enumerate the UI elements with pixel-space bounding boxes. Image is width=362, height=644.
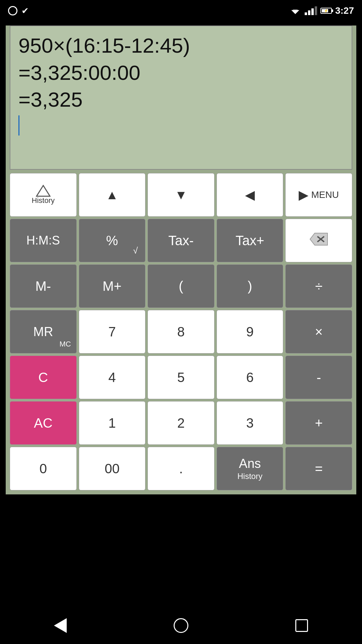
multiply-label: × <box>315 324 322 339</box>
bottom-navigation <box>0 607 362 644</box>
ac-label: AC <box>34 416 53 431</box>
nav-recents-button[interactable] <box>292 615 312 636</box>
arrow-up-button[interactable]: ▲ <box>79 173 146 217</box>
signal-icon <box>305 6 317 15</box>
history-button[interactable]: History <box>10 173 77 217</box>
notification-icon: ✔ <box>21 6 29 16</box>
7-button[interactable]: 7 <box>79 310 146 354</box>
8-button[interactable]: 8 <box>147 310 215 354</box>
9-label: 9 <box>246 324 253 339</box>
arrow-right-icon: ▶ <box>299 187 308 202</box>
arrow-left-button[interactable]: ◀ <box>217 173 284 217</box>
display-expression: 950×(16:15-12:45) =3,325:00:00 =3,325 <box>18 32 344 113</box>
3-button[interactable]: 3 <box>217 401 284 445</box>
status-icons-left: ✔ <box>8 6 29 16</box>
backspace-icon <box>309 232 329 250</box>
m-minus-button[interactable]: M- <box>10 264 77 308</box>
buttons-area: History ▲ ▼ ◀ ▶ MENU H:M:S % √ <box>6 170 356 494</box>
tax-plus-label: Tax+ <box>236 233 264 248</box>
c-button[interactable]: C <box>10 356 77 399</box>
plus-label: + <box>315 416 322 431</box>
4-label: 4 <box>108 370 116 385</box>
wifi-icon <box>289 6 301 15</box>
status-icons-right: ⚡ 3:27 <box>289 5 354 16</box>
status-time: 3:27 <box>335 5 354 16</box>
button-row-5: C 4 5 6 - <box>10 356 352 399</box>
9-button[interactable]: 9 <box>217 310 284 354</box>
dot-button[interactable]: . <box>147 447 215 490</box>
m-plus-label: M+ <box>103 279 122 294</box>
mr-label: MR <box>33 325 53 339</box>
nav-home-button[interactable] <box>171 615 191 636</box>
close-paren-button[interactable]: ) <box>217 264 284 308</box>
00-label: 00 <box>105 461 120 476</box>
ans-label: Ans <box>239 457 261 471</box>
2-button[interactable]: 2 <box>147 401 215 445</box>
calculator-display[interactable]: 950×(16:15-12:45) =3,325:00:00 =3,325 <box>10 25 352 170</box>
divide-label: ÷ <box>315 279 322 294</box>
m-minus-label: M- <box>35 279 51 294</box>
hms-label: H:M:S <box>26 233 60 248</box>
back-icon <box>54 618 67 633</box>
sqrt-label: √ <box>133 246 138 256</box>
c-label: C <box>38 370 48 385</box>
status-bar: ✔ ⚡ 3:27 <box>0 0 362 21</box>
nav-back-button[interactable] <box>50 615 70 636</box>
close-paren-label: ) <box>248 279 252 294</box>
button-row-6: AC 1 2 3 + <box>10 401 352 445</box>
ac-button[interactable]: AC <box>10 401 77 445</box>
7-label: 7 <box>108 324 116 339</box>
text-cursor <box>18 115 19 136</box>
plus-button[interactable]: + <box>285 401 352 445</box>
mc-label: MC <box>59 340 71 348</box>
percent-button[interactable]: % √ <box>79 219 146 262</box>
button-row-3: M- M+ ( ) ÷ <box>10 264 352 308</box>
6-label: 6 <box>246 370 253 385</box>
hms-button[interactable]: H:M:S <box>10 219 77 262</box>
tax-plus-button[interactable]: Tax+ <box>217 219 284 262</box>
arrow-up-icon: ▲ <box>106 188 119 202</box>
triangle-icon <box>36 185 51 197</box>
button-row-4: MR MC 7 8 9 × <box>10 310 352 354</box>
backspace-button[interactable] <box>285 219 352 262</box>
arrow-left-icon: ◀ <box>245 187 255 202</box>
0-label: 0 <box>40 461 47 476</box>
ans-history-button[interactable]: Ans History <box>217 447 284 490</box>
multiply-button[interactable]: × <box>285 310 352 354</box>
record-icon <box>8 6 17 15</box>
6-button[interactable]: 6 <box>217 356 284 399</box>
3-label: 3 <box>246 416 253 431</box>
calculator: 950×(16:15-12:45) =3,325:00:00 =3,325 Hi… <box>6 25 356 494</box>
tax-minus-button[interactable]: Tax- <box>147 219 215 262</box>
0-button[interactable]: 0 <box>10 447 77 490</box>
button-row-2: H:M:S % √ Tax- Tax+ <box>10 219 352 262</box>
battery-icon: ⚡ <box>320 8 332 14</box>
open-paren-button[interactable]: ( <box>147 264 215 308</box>
button-row-1: History ▲ ▼ ◀ ▶ MENU <box>10 173 352 217</box>
2-label: 2 <box>177 416 185 431</box>
mr-mc-button[interactable]: MR MC <box>10 310 77 354</box>
history-sublabel: History <box>237 472 262 481</box>
button-row-7: 0 00 . Ans History = <box>10 447 352 490</box>
svg-marker-3 <box>310 233 327 245</box>
equals-label: = <box>315 461 322 476</box>
open-paren-label: ( <box>179 279 183 294</box>
5-label: 5 <box>177 370 185 385</box>
equals-button[interactable]: = <box>285 447 352 490</box>
divide-button[interactable]: ÷ <box>285 264 352 308</box>
home-icon <box>174 618 188 633</box>
00-button[interactable]: 00 <box>79 447 146 490</box>
dot-label: . <box>179 461 183 476</box>
recents-icon <box>295 619 308 632</box>
5-button[interactable]: 5 <box>147 356 215 399</box>
svg-marker-2 <box>37 185 50 196</box>
percent-label: % <box>106 233 118 248</box>
menu-label: MENU <box>311 190 339 200</box>
arrow-down-button[interactable]: ▼ <box>147 173 215 217</box>
menu-button[interactable]: ▶ MENU <box>285 173 352 217</box>
1-button[interactable]: 1 <box>79 401 146 445</box>
4-button[interactable]: 4 <box>79 356 146 399</box>
m-plus-button[interactable]: M+ <box>79 264 146 308</box>
minus-button[interactable]: - <box>285 356 352 399</box>
tax-minus-label: Tax- <box>168 233 194 248</box>
